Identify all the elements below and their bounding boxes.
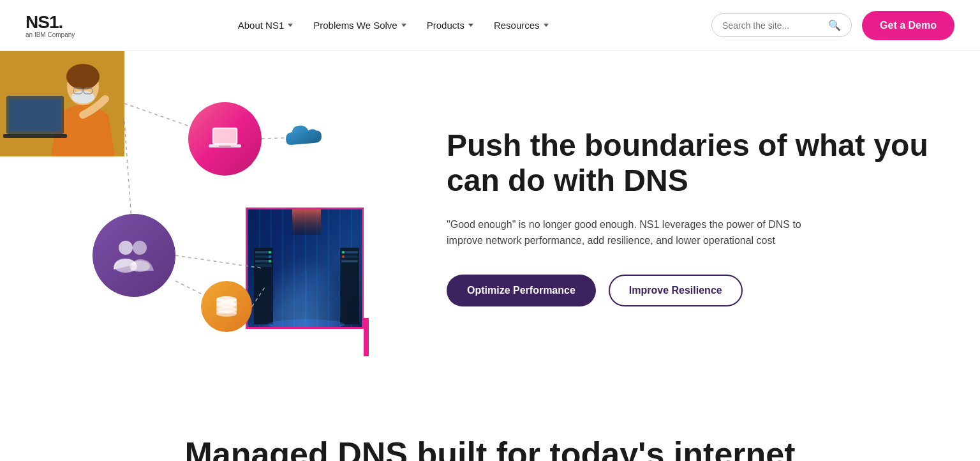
circle-people [93, 214, 175, 297]
svg-rect-4 [10, 99, 61, 131]
circle-cloud [281, 112, 332, 163]
nav-item-resources[interactable]: Resources [485, 15, 558, 36]
logo[interactable]: NS1. an IBM Company [26, 12, 75, 38]
nav-item-problems[interactable]: Problems We Solve [304, 15, 415, 36]
hero-title: Push the boundaries of what you can do w… [447, 128, 929, 198]
search-box[interactable]: 🔍 [711, 13, 852, 37]
chevron-down-icon [544, 24, 549, 27]
nav-item-about[interactable]: About NS1 [229, 15, 302, 36]
demo-button[interactable]: Get a Demo [862, 11, 954, 40]
svg-point-23 [269, 255, 271, 258]
svg-point-6 [71, 91, 94, 103]
nav-label-resources: Resources [494, 20, 540, 31]
svg-point-22 [269, 251, 271, 253]
svg-rect-17 [255, 264, 272, 267]
improve-resilience-button[interactable]: Improve Resilience [609, 275, 743, 306]
photo-person-inner [0, 51, 124, 156]
hero-text: Push the boundaries of what you can do w… [408, 89, 980, 345]
managed-dns-title: Managed DNS built for today's internet [26, 434, 954, 461]
chevron-down-icon [468, 24, 473, 27]
svg-point-27 [268, 319, 345, 327]
logo-sub-text: an IBM Company [26, 31, 75, 38]
hero-photo-datacenter [246, 208, 364, 329]
svg-rect-13 [254, 248, 273, 324]
search-input[interactable] [722, 20, 823, 31]
svg-point-2 [66, 64, 100, 89]
logo-text: NS1. [26, 12, 75, 33]
chevron-down-icon [401, 24, 406, 27]
pink-accent-right [364, 318, 369, 356]
circle-laptop [188, 102, 262, 176]
nav-item-products[interactable]: Products [418, 15, 482, 36]
svg-point-38 [119, 241, 133, 255]
svg-point-41 [130, 261, 150, 272]
nav-links: About NS1 Problems We Solve Products Res… [229, 15, 558, 36]
nav-right: 🔍 Get a Demo [711, 11, 954, 40]
managed-dns-section: Managed DNS built for today's internet [0, 383, 980, 461]
datacenter-inner [248, 209, 362, 327]
svg-rect-5 [3, 134, 67, 138]
search-icon: 🔍 [828, 19, 841, 31]
hero-buttons: Optimize Performance Improve Resilience [447, 275, 929, 306]
svg-point-25 [342, 251, 345, 253]
people-icon [112, 236, 156, 275]
laptop-icon [207, 125, 242, 153]
svg-point-39 [133, 241, 147, 255]
circle-db [201, 281, 252, 332]
cloud-icon [281, 115, 332, 160]
svg-point-26 [342, 255, 345, 258]
svg-rect-18 [340, 248, 359, 324]
svg-point-48 [216, 310, 237, 317]
optimize-performance-button[interactable]: Optimize Performance [447, 275, 596, 306]
navbar: NS1. an IBM Company About NS1 Problems W… [0, 0, 980, 51]
svg-rect-35 [214, 129, 236, 143]
chevron-down-icon [288, 24, 293, 27]
hero-subtitle: "Good enough" is no longer good enough. … [447, 216, 804, 249]
nav-label-about: About NS1 [238, 20, 285, 31]
hero-graphic: .dot-line { stroke: #aaa; stroke-width: … [0, 51, 408, 383]
svg-rect-37 [219, 146, 231, 147]
hero-photo-person [0, 51, 124, 156]
nav-label-products: Products [427, 20, 464, 31]
svg-rect-9 [292, 209, 321, 235]
svg-rect-21 [341, 260, 358, 262]
hero-section: .dot-line { stroke: #aaa; stroke-width: … [0, 51, 980, 383]
nav-label-problems: Problems We Solve [313, 20, 397, 31]
svg-point-24 [269, 260, 271, 262]
database-icon [214, 294, 239, 319]
